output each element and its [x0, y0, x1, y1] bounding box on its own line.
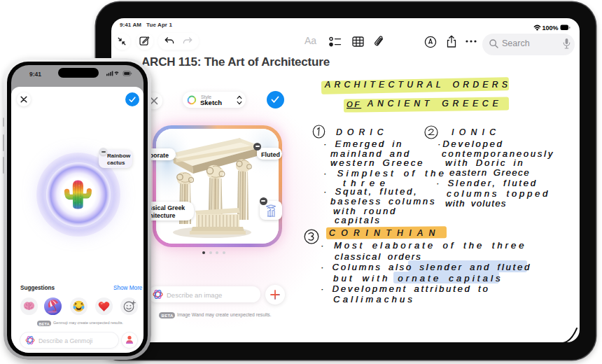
svg-text:100%: 100%: [542, 24, 559, 31]
